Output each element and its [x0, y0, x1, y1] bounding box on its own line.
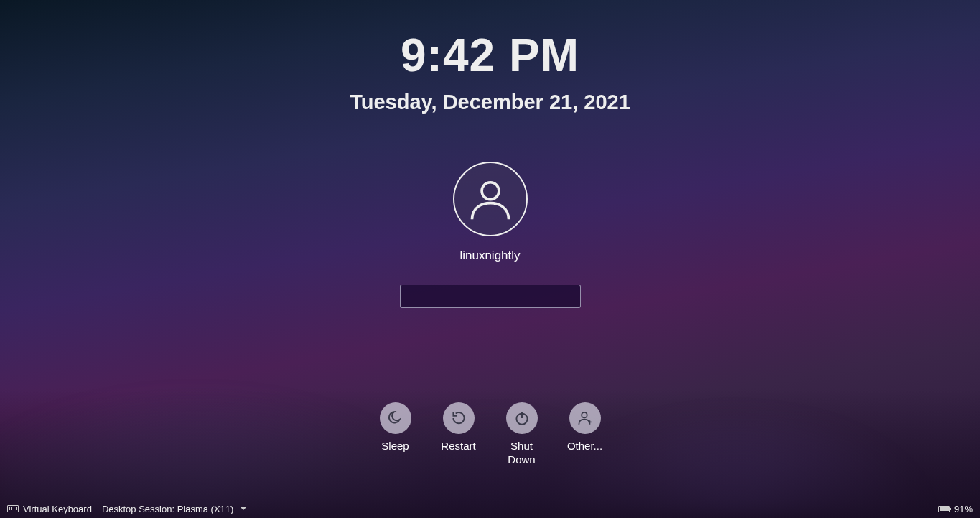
sleep-button[interactable]: Sleep	[380, 402, 411, 467]
bottom-bar: Virtual Keyboard Desktop Session: Plasma…	[0, 499, 980, 518]
restart-icon	[443, 402, 475, 434]
session-selector[interactable]: Desktop Session: Plasma (X11)	[102, 504, 247, 514]
sleep-label: Sleep	[381, 440, 409, 453]
restart-button[interactable]: Restart	[443, 402, 475, 467]
battery-icon	[938, 506, 950, 512]
password-input[interactable]	[400, 285, 581, 308]
username-label: linuxnightly	[459, 249, 520, 263]
shutdown-button[interactable]: Shut Down	[506, 402, 538, 467]
person-icon	[466, 175, 515, 223]
moon-icon	[380, 402, 411, 434]
other-button[interactable]: Other...	[569, 402, 601, 467]
bottom-left: Virtual Keyboard Desktop Session: Plasma…	[7, 504, 246, 514]
other-label: Other...	[567, 440, 602, 453]
action-row: Sleep Restart Shut Down	[0, 402, 980, 467]
user-area: linuxnightly	[0, 162, 980, 308]
battery-percent: 91%	[954, 504, 973, 514]
clock-date: Tuesday, December 21, 2021	[0, 91, 980, 114]
restart-label: Restart	[441, 440, 475, 453]
user-avatar[interactable]	[453, 162, 528, 236]
shutdown-label: Shut Down	[508, 440, 535, 467]
other-user-icon	[569, 402, 601, 434]
virtual-keyboard-label: Virtual Keyboard	[23, 504, 92, 514]
battery-indicator: 91%	[938, 504, 973, 514]
clock-area: 9:42 PM Tuesday, December 21, 2021	[0, 29, 980, 114]
virtual-keyboard-button[interactable]: Virtual Keyboard	[7, 504, 92, 514]
clock-time: 9:42 PM	[0, 29, 980, 82]
keyboard-icon	[7, 505, 19, 512]
chevron-down-icon	[241, 507, 246, 510]
session-label: Desktop Session: Plasma (X11)	[102, 504, 234, 514]
svg-point-0	[482, 182, 499, 200]
svg-point-3	[582, 412, 587, 418]
power-icon	[506, 402, 538, 434]
